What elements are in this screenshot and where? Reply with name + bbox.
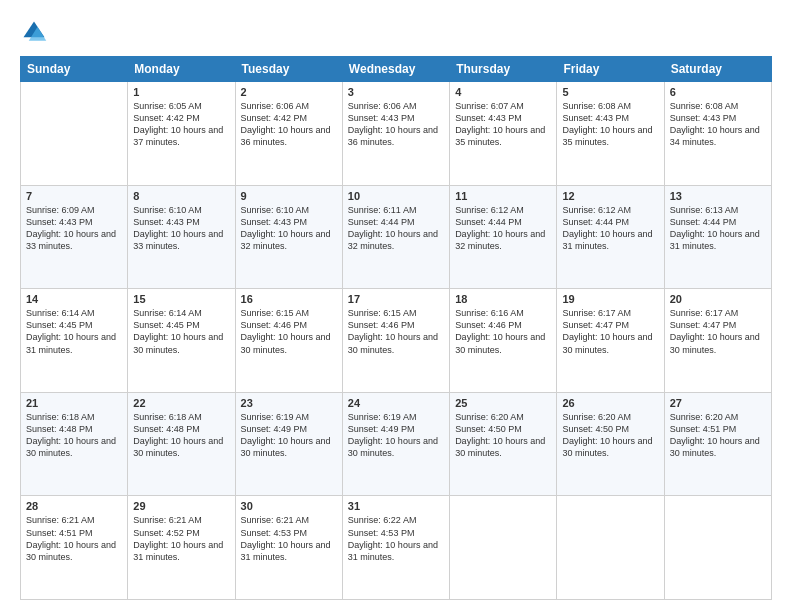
day-info: Sunrise: 6:19 AMSunset: 4:49 PMDaylight:… (348, 411, 444, 460)
calendar-cell: 27Sunrise: 6:20 AMSunset: 4:51 PMDayligh… (664, 392, 771, 496)
day-number: 5 (562, 86, 658, 98)
calendar-cell: 24Sunrise: 6:19 AMSunset: 4:49 PMDayligh… (342, 392, 449, 496)
calendar-cell: 6Sunrise: 6:08 AMSunset: 4:43 PMDaylight… (664, 82, 771, 186)
day-info: Sunrise: 6:17 AMSunset: 4:47 PMDaylight:… (670, 307, 766, 356)
day-number: 16 (241, 293, 337, 305)
calendar-cell: 21Sunrise: 6:18 AMSunset: 4:48 PMDayligh… (21, 392, 128, 496)
day-info: Sunrise: 6:20 AMSunset: 4:51 PMDaylight:… (670, 411, 766, 460)
day-number: 30 (241, 500, 337, 512)
calendar-cell: 15Sunrise: 6:14 AMSunset: 4:45 PMDayligh… (128, 289, 235, 393)
day-number: 31 (348, 500, 444, 512)
day-info: Sunrise: 6:07 AMSunset: 4:43 PMDaylight:… (455, 100, 551, 149)
calendar-cell: 13Sunrise: 6:13 AMSunset: 4:44 PMDayligh… (664, 185, 771, 289)
day-info: Sunrise: 6:21 AMSunset: 4:53 PMDaylight:… (241, 514, 337, 563)
weekday-header-wednesday: Wednesday (342, 57, 449, 82)
day-number: 10 (348, 190, 444, 202)
day-number: 25 (455, 397, 551, 409)
calendar-cell: 23Sunrise: 6:19 AMSunset: 4:49 PMDayligh… (235, 392, 342, 496)
calendar-cell: 25Sunrise: 6:20 AMSunset: 4:50 PMDayligh… (450, 392, 557, 496)
day-number: 9 (241, 190, 337, 202)
calendar-cell: 31Sunrise: 6:22 AMSunset: 4:53 PMDayligh… (342, 496, 449, 600)
calendar-cell: 30Sunrise: 6:21 AMSunset: 4:53 PMDayligh… (235, 496, 342, 600)
day-info: Sunrise: 6:10 AMSunset: 4:43 PMDaylight:… (241, 204, 337, 253)
day-info: Sunrise: 6:09 AMSunset: 4:43 PMDaylight:… (26, 204, 122, 253)
day-info: Sunrise: 6:12 AMSunset: 4:44 PMDaylight:… (562, 204, 658, 253)
calendar-week-1: 1Sunrise: 6:05 AMSunset: 4:42 PMDaylight… (21, 82, 772, 186)
day-info: Sunrise: 6:06 AMSunset: 4:43 PMDaylight:… (348, 100, 444, 149)
day-number: 18 (455, 293, 551, 305)
header (20, 18, 772, 46)
calendar-cell: 22Sunrise: 6:18 AMSunset: 4:48 PMDayligh… (128, 392, 235, 496)
weekday-header-sunday: Sunday (21, 57, 128, 82)
calendar-cell: 11Sunrise: 6:12 AMSunset: 4:44 PMDayligh… (450, 185, 557, 289)
calendar-cell: 12Sunrise: 6:12 AMSunset: 4:44 PMDayligh… (557, 185, 664, 289)
calendar-cell (664, 496, 771, 600)
day-info: Sunrise: 6:21 AMSunset: 4:51 PMDaylight:… (26, 514, 122, 563)
day-number: 12 (562, 190, 658, 202)
day-number: 11 (455, 190, 551, 202)
calendar-week-3: 14Sunrise: 6:14 AMSunset: 4:45 PMDayligh… (21, 289, 772, 393)
calendar-week-5: 28Sunrise: 6:21 AMSunset: 4:51 PMDayligh… (21, 496, 772, 600)
day-number: 29 (133, 500, 229, 512)
calendar-cell: 9Sunrise: 6:10 AMSunset: 4:43 PMDaylight… (235, 185, 342, 289)
page: SundayMondayTuesdayWednesdayThursdayFrid… (0, 0, 792, 612)
calendar-cell: 14Sunrise: 6:14 AMSunset: 4:45 PMDayligh… (21, 289, 128, 393)
day-info: Sunrise: 6:19 AMSunset: 4:49 PMDaylight:… (241, 411, 337, 460)
calendar-cell: 1Sunrise: 6:05 AMSunset: 4:42 PMDaylight… (128, 82, 235, 186)
day-number: 7 (26, 190, 122, 202)
calendar-cell: 19Sunrise: 6:17 AMSunset: 4:47 PMDayligh… (557, 289, 664, 393)
day-number: 26 (562, 397, 658, 409)
calendar-cell: 29Sunrise: 6:21 AMSunset: 4:52 PMDayligh… (128, 496, 235, 600)
day-number: 20 (670, 293, 766, 305)
day-number: 15 (133, 293, 229, 305)
day-number: 17 (348, 293, 444, 305)
calendar-cell: 7Sunrise: 6:09 AMSunset: 4:43 PMDaylight… (21, 185, 128, 289)
day-info: Sunrise: 6:08 AMSunset: 4:43 PMDaylight:… (562, 100, 658, 149)
day-info: Sunrise: 6:08 AMSunset: 4:43 PMDaylight:… (670, 100, 766, 149)
day-number: 24 (348, 397, 444, 409)
day-number: 1 (133, 86, 229, 98)
day-info: Sunrise: 6:15 AMSunset: 4:46 PMDaylight:… (348, 307, 444, 356)
calendar-cell: 8Sunrise: 6:10 AMSunset: 4:43 PMDaylight… (128, 185, 235, 289)
day-info: Sunrise: 6:14 AMSunset: 4:45 PMDaylight:… (133, 307, 229, 356)
day-info: Sunrise: 6:13 AMSunset: 4:44 PMDaylight:… (670, 204, 766, 253)
day-number: 14 (26, 293, 122, 305)
day-info: Sunrise: 6:10 AMSunset: 4:43 PMDaylight:… (133, 204, 229, 253)
day-info: Sunrise: 6:18 AMSunset: 4:48 PMDaylight:… (133, 411, 229, 460)
day-info: Sunrise: 6:18 AMSunset: 4:48 PMDaylight:… (26, 411, 122, 460)
calendar-cell: 28Sunrise: 6:21 AMSunset: 4:51 PMDayligh… (21, 496, 128, 600)
day-info: Sunrise: 6:20 AMSunset: 4:50 PMDaylight:… (455, 411, 551, 460)
weekday-header-saturday: Saturday (664, 57, 771, 82)
day-number: 8 (133, 190, 229, 202)
calendar-cell: 26Sunrise: 6:20 AMSunset: 4:50 PMDayligh… (557, 392, 664, 496)
day-number: 19 (562, 293, 658, 305)
day-number: 4 (455, 86, 551, 98)
day-info: Sunrise: 6:17 AMSunset: 4:47 PMDaylight:… (562, 307, 658, 356)
calendar-table: SundayMondayTuesdayWednesdayThursdayFrid… (20, 56, 772, 600)
logo-icon (20, 18, 48, 46)
calendar-cell: 5Sunrise: 6:08 AMSunset: 4:43 PMDaylight… (557, 82, 664, 186)
weekday-header-tuesday: Tuesday (235, 57, 342, 82)
calendar-cell: 3Sunrise: 6:06 AMSunset: 4:43 PMDaylight… (342, 82, 449, 186)
day-number: 6 (670, 86, 766, 98)
day-info: Sunrise: 6:14 AMSunset: 4:45 PMDaylight:… (26, 307, 122, 356)
day-info: Sunrise: 6:16 AMSunset: 4:46 PMDaylight:… (455, 307, 551, 356)
day-number: 21 (26, 397, 122, 409)
day-info: Sunrise: 6:12 AMSunset: 4:44 PMDaylight:… (455, 204, 551, 253)
day-number: 28 (26, 500, 122, 512)
calendar-cell: 20Sunrise: 6:17 AMSunset: 4:47 PMDayligh… (664, 289, 771, 393)
day-info: Sunrise: 6:15 AMSunset: 4:46 PMDaylight:… (241, 307, 337, 356)
day-number: 22 (133, 397, 229, 409)
weekday-header-thursday: Thursday (450, 57, 557, 82)
weekday-header-friday: Friday (557, 57, 664, 82)
calendar-cell (557, 496, 664, 600)
calendar-cell: 17Sunrise: 6:15 AMSunset: 4:46 PMDayligh… (342, 289, 449, 393)
day-number: 3 (348, 86, 444, 98)
calendar-cell: 10Sunrise: 6:11 AMSunset: 4:44 PMDayligh… (342, 185, 449, 289)
calendar-week-4: 21Sunrise: 6:18 AMSunset: 4:48 PMDayligh… (21, 392, 772, 496)
weekday-header-monday: Monday (128, 57, 235, 82)
calendar-cell: 4Sunrise: 6:07 AMSunset: 4:43 PMDaylight… (450, 82, 557, 186)
day-info: Sunrise: 6:21 AMSunset: 4:52 PMDaylight:… (133, 514, 229, 563)
day-number: 13 (670, 190, 766, 202)
calendar-header-row: SundayMondayTuesdayWednesdayThursdayFrid… (21, 57, 772, 82)
